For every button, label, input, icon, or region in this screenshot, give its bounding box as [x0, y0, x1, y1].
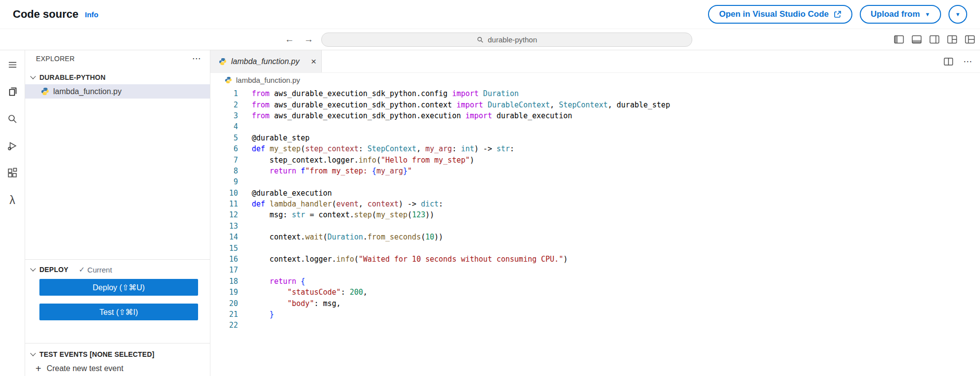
- code-token: lambda_handler: [270, 200, 332, 208]
- layout-controls: [894, 35, 975, 44]
- code-text[interactable]: context.logger.info("Waited for 10 secon…: [252, 255, 568, 264]
- code-token: "Waited for 10 seconds without consuming…: [359, 255, 563, 264]
- code-token: info: [337, 255, 354, 264]
- code-line[interactable]: 17: [210, 265, 906, 275]
- hamburger-menu-icon: [7, 60, 18, 70]
- lambda-icon: λ: [9, 194, 15, 207]
- code-line[interactable]: 9: [210, 176, 906, 187]
- code-text[interactable]: from aws_durable_execution_sdk_python.co…: [252, 89, 519, 98]
- code-token: (: [354, 255, 359, 264]
- code-line[interactable]: 4: [210, 121, 906, 132]
- code-token: info: [359, 156, 376, 165]
- code-token: step: [354, 210, 372, 219]
- code-text[interactable]: def my_step(step_context: StepContext, m…: [252, 144, 514, 153]
- line-number: 3: [210, 111, 238, 120]
- line-number: 4: [210, 122, 238, 131]
- plus-icon: +: [35, 364, 41, 374]
- toggle-primary-sidebar-icon[interactable]: [894, 35, 904, 44]
- search-activity-button[interactable]: [2, 108, 23, 129]
- code-line[interactable]: 6def my_step(step_context: StepContext, …: [210, 143, 906, 154]
- code-token: "statusCode": [252, 288, 341, 297]
- aws-lambda-activity-button[interactable]: λ: [2, 190, 23, 210]
- editor-main: λ EXPLORER ⋯ DURABLE-PYTHON: [0, 50, 980, 376]
- minimap-line: context.logger.info("Waited for 10 secon…: [913, 114, 965, 116]
- search-command-center[interactable]: durable-python: [321, 33, 692, 47]
- page-title: Code source: [13, 8, 78, 21]
- editor-layout-icon[interactable]: [965, 35, 975, 44]
- code-line[interactable]: 2from aws_durable_execution_sdk_python.c…: [210, 99, 906, 110]
- more-actions-button[interactable]: ▼: [948, 5, 967, 24]
- workspace-folder-row[interactable]: DURABLE-PYTHON: [25, 70, 210, 84]
- menu-button[interactable]: [2, 54, 23, 75]
- code-text[interactable]: return {: [252, 277, 305, 286]
- code-line[interactable]: 12 msg: str = context.step(my_step(123)): [210, 209, 906, 220]
- close-icon[interactable]: ×: [311, 56, 316, 67]
- code-line[interactable]: 22: [210, 320, 906, 331]
- code-text[interactable]: msg: str = context.step(my_step(123)): [252, 210, 434, 219]
- code-token: wait: [305, 233, 323, 241]
- extensions-activity-button[interactable]: [2, 163, 23, 183]
- code-text[interactable]: step_context.logger.info("Hello from my_…: [252, 156, 474, 165]
- code-line[interactable]: 13: [210, 221, 906, 232]
- code-text[interactable]: "statusCode": 200,: [252, 288, 368, 297]
- code-text[interactable]: }: [252, 310, 274, 319]
- code-text[interactable]: "body": msg,: [252, 299, 341, 308]
- code-line[interactable]: 3from aws_durable_execution_sdk_python.e…: [210, 110, 906, 121]
- more-icon[interactable]: ⋯: [963, 56, 972, 67]
- breadcrumb[interactable]: lambda_function.py: [210, 73, 980, 87]
- code-line[interactable]: 21 }: [210, 309, 906, 320]
- back-arrow-icon[interactable]: ←: [285, 34, 294, 45]
- code-token: ,: [359, 200, 368, 208]
- create-test-event-row[interactable]: + Create new test event: [25, 362, 210, 376]
- explorer-activity-button[interactable]: [2, 81, 23, 102]
- more-icon[interactable]: ⋯: [192, 53, 201, 64]
- run-debug-activity-button[interactable]: [2, 136, 23, 156]
- deploy-button[interactable]: Deploy (⇧⌘U): [39, 279, 198, 296]
- forward-arrow-icon[interactable]: →: [304, 34, 313, 45]
- code-text[interactable]: def lambda_handler(event, context) -> di…: [252, 200, 443, 208]
- code-token: my_step: [376, 210, 407, 219]
- tab-lambda-function[interactable]: lambda_function.py ×: [210, 50, 322, 72]
- code-line[interactable]: 8 return f"from my_step: {my_arg}": [210, 166, 906, 176]
- code-text[interactable]: from aws_durable_execution_sdk_python.co…: [252, 101, 670, 109]
- deploy-section-header[interactable]: DEPLOY ✓ Current: [25, 262, 210, 277]
- code-token: :: [510, 144, 514, 153]
- code-text[interactable]: from aws_durable_execution_sdk_python.ex…: [252, 111, 572, 120]
- code-line[interactable]: 20 "body": msg,: [210, 298, 906, 308]
- code-line[interactable]: 5@durable_step: [210, 133, 906, 143]
- code-text[interactable]: return f"from my_step: {my_arg}": [252, 167, 412, 175]
- code-text[interactable]: @durable_step: [252, 134, 309, 142]
- code-line[interactable]: 10@durable_execution: [210, 188, 906, 199]
- test-events-section-header[interactable]: TEST EVENTS [NONE SELECTED]: [25, 347, 210, 362]
- code-token: from: [252, 89, 274, 98]
- toggle-secondary-sidebar-icon[interactable]: [929, 35, 940, 44]
- code-line[interactable]: 16 context.logger.info("Waited for 10 se…: [210, 254, 906, 265]
- open-in-vscode-button[interactable]: Open in Visual Studio Code: [708, 5, 852, 24]
- split-editor-icon[interactable]: [944, 57, 953, 66]
- upload-from-button[interactable]: Upload from ▼: [860, 5, 941, 24]
- code-line[interactable]: 7 step_context.logger.info("Hello from m…: [210, 154, 906, 165]
- line-number: 22: [210, 321, 238, 330]
- code-line[interactable]: 14 context.wait(Duration.from_seconds(10…: [210, 232, 906, 242]
- code-text[interactable]: @durable_execution: [252, 189, 332, 198]
- code-token: from_seconds: [368, 233, 421, 241]
- test-button[interactable]: Test (⇧⌘I): [39, 304, 198, 320]
- code-line[interactable]: 15: [210, 242, 906, 253]
- file-row-lambda-function[interactable]: lambda_function.py: [25, 84, 210, 99]
- line-number: 2: [210, 101, 238, 109]
- toggle-panel-icon[interactable]: [912, 35, 922, 44]
- code-text[interactable]: context.wait(Duration.from_seconds(10)): [252, 233, 443, 241]
- code-line[interactable]: 19 "statusCode": 200,: [210, 287, 906, 298]
- code-line[interactable]: 1from aws_durable_execution_sdk_python.c…: [210, 88, 906, 99]
- code-token: :: [439, 200, 443, 208]
- info-link[interactable]: Info: [85, 10, 99, 19]
- minimap[interactable]: from aws_durable_execution_sdk_python.co…: [913, 89, 965, 126]
- code-token: ) ->: [474, 144, 497, 153]
- code-token: return: [252, 277, 301, 286]
- customize-layout-icon[interactable]: [947, 35, 957, 44]
- code-line[interactable]: 11def lambda_handler(event, context) -> …: [210, 199, 906, 209]
- tab-label: lambda_function.py: [231, 57, 300, 66]
- code-token: ,: [608, 101, 616, 109]
- code-line[interactable]: 18 return {: [210, 276, 906, 287]
- extensions-icon: [6, 167, 18, 179]
